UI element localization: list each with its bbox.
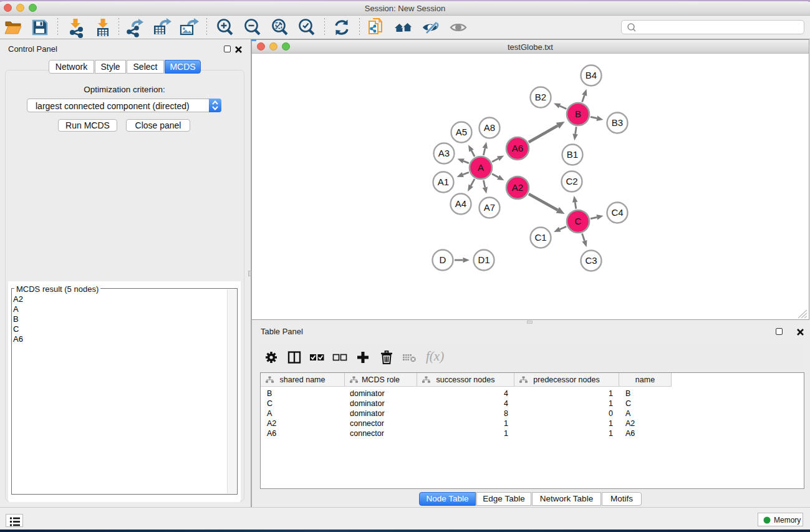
- svg-text:B: B: [575, 109, 581, 119]
- svg-text:A5: A5: [456, 127, 467, 137]
- svg-text:D: D: [440, 254, 446, 265]
- svg-text:A6: A6: [512, 143, 523, 153]
- svg-text:A2: A2: [512, 182, 523, 193]
- svg-text:A7: A7: [484, 202, 495, 213]
- svg-text:A1: A1: [438, 177, 449, 187]
- svg-text:A4: A4: [455, 198, 466, 209]
- svg-text:A: A: [478, 162, 484, 173]
- svg-text:C4: C4: [611, 207, 623, 218]
- svg-text:D1: D1: [478, 254, 489, 265]
- svg-text:C3: C3: [585, 255, 597, 266]
- svg-text:B2: B2: [535, 92, 546, 102]
- svg-text:C2: C2: [566, 176, 577, 186]
- svg-text:C: C: [575, 216, 582, 226]
- svg-text:B4: B4: [586, 70, 597, 80]
- svg-text:B3: B3: [612, 117, 623, 128]
- svg-text:A8: A8: [484, 122, 495, 133]
- svg-text:B1: B1: [567, 149, 578, 160]
- svg-text:A3: A3: [438, 148, 450, 158]
- svg-text:C1: C1: [534, 232, 546, 243]
